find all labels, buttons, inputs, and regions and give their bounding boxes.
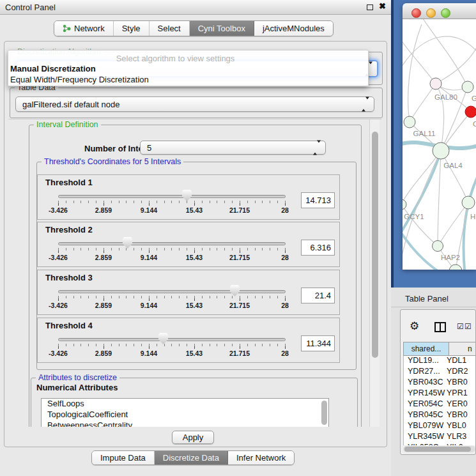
threshold-1-value-field[interactable]: 14.713 <box>301 192 335 208</box>
tab-style[interactable]: Style <box>114 21 150 36</box>
table-row[interactable]: YPR145WYPR1 <box>404 388 476 399</box>
node-label: H <box>470 213 475 220</box>
table-row[interactable]: YBR043CYBR0 <box>404 378 476 388</box>
threshold-1-ticks <box>58 201 286 206</box>
node-label: GCY1 <box>404 213 424 220</box>
table-row[interactable]: YER054CYER0 <box>404 399 476 410</box>
table-row[interactable]: YBL079WYBL0 <box>404 421 476 432</box>
table-horizontal-scrollbar[interactable] <box>403 446 475 452</box>
node-gal80[interactable] <box>430 78 441 89</box>
settings-vertical-scrollbar[interactable] <box>369 119 380 427</box>
column-header-name[interactable]: n <box>449 342 476 355</box>
threshold-1-slider[interactable] <box>58 195 286 198</box>
bottom-tab-bar: Impute Data Discretize Data Infer Networ… <box>91 450 295 465</box>
threshold-4-value-field[interactable]: 11.344 <box>301 335 335 351</box>
table-panel: Table Panel ⚙ ☑ ☑ shared... n YDL19...YD… <box>391 288 476 476</box>
scrollbar-thumb[interactable] <box>372 132 378 358</box>
threshold-4-slider[interactable] <box>58 338 286 341</box>
node-label: HAP2 <box>441 254 460 261</box>
threshold-4-label: Threshold 4 <box>45 321 93 330</box>
zoom-traffic-light-icon[interactable] <box>441 8 450 18</box>
attributes-list-scrollbar[interactable] <box>321 401 327 425</box>
node-gal4[interactable] <box>433 142 449 159</box>
list-item[interactable]: SelfLoops <box>42 399 328 410</box>
checkbox-icon[interactable]: ☑ <box>457 322 464 331</box>
number-of-intervals-combobox[interactable]: 5 <box>140 141 326 155</box>
apply-button[interactable]: Apply <box>172 431 214 444</box>
threshold-2-slider[interactable] <box>58 242 286 245</box>
tab-impute-data[interactable]: Impute Data <box>92 451 155 464</box>
threshold-3-slider[interactable] <box>58 290 286 293</box>
minimize-traffic-light-icon[interactable] <box>426 8 436 18</box>
list-item[interactable]: BetweennessCentrality <box>42 420 328 427</box>
tab-network[interactable]: Network <box>54 21 114 36</box>
table-header-row: shared... n <box>403 342 476 356</box>
threshold-1-row: Threshold 1 -3.4262.8599.14415.4321.7152… <box>37 174 340 220</box>
tab-discretize-data[interactable]: Discretize Data <box>155 451 228 464</box>
threshold-2-row: Threshold 2 -3.4262.8599.14415.4321.7152… <box>37 222 340 267</box>
threshold-2-ticks <box>58 248 286 253</box>
thresholds-group-title: Threshold's Coordinates for 5 Intervals <box>42 157 183 166</box>
scrollbar-thumb[interactable] <box>404 447 471 452</box>
float-panel-icon[interactable] <box>367 4 373 10</box>
table-row[interactable]: YDR27...YDR2 <box>404 367 476 378</box>
combo-stepper-icon <box>313 143 321 153</box>
threshold-4-slider-thumb[interactable] <box>158 333 168 344</box>
control-panel-window: Control Panel ✖ Network Style Select Cyn… <box>0 0 391 476</box>
threshold-1-label: Threshold 1 <box>45 178 93 187</box>
node-selected-red[interactable] <box>465 106 476 118</box>
attributes-group-title: Attributes to discretize <box>36 373 119 382</box>
numerical-attributes-list[interactable]: SelfLoops TopologicalCoefficient Between… <box>41 398 329 427</box>
node-hap2[interactable] <box>433 241 443 252</box>
threshold-2-slider-thumb[interactable] <box>123 237 132 249</box>
threshold-3-slider-thumb[interactable] <box>230 285 240 296</box>
table-settings-gear-icon[interactable]: ⚙ <box>410 321 419 332</box>
node-g[interactable] <box>462 81 473 93</box>
popup-option-manual-discretization[interactable]: Manual Discretization <box>10 64 96 73</box>
table-row[interactable]: YIL052CYIL0 <box>404 443 476 445</box>
threshold-4-ticks <box>58 344 286 349</box>
checkbox-icon[interactable]: ☑ <box>464 322 472 331</box>
algorithm-popup: Select algorithm to view settings Manual… <box>8 50 369 86</box>
close-traffic-light-icon[interactable] <box>411 8 421 18</box>
tab-select[interactable]: Select <box>150 21 190 36</box>
node-gcy1[interactable] <box>403 199 406 210</box>
node-table-box: ⚙ ☑ ☑ shared... n YDL19...YDL1 YDR27...Y… <box>400 309 476 455</box>
network-canvas[interactable]: GAL80 G C GAL11 GAL4 GCY1 H HAP2 <box>403 19 476 270</box>
table-rows[interactable]: YDL19...YDL1 YDR27...YDR2 YBR043CYBR0 YP… <box>403 356 476 445</box>
numerical-attributes-label: Numerical Attributes <box>36 383 118 392</box>
tab-cyni-toolbox[interactable]: Cyni Toolbox <box>190 21 254 36</box>
network-window-titlebar <box>403 3 476 19</box>
threshold-3-value-field[interactable]: 21.4 <box>301 288 335 303</box>
node-gal11[interactable] <box>404 116 415 128</box>
node-label: GAL80 <box>434 93 457 101</box>
table-data-group: Table Data galFiltered.sif default node <box>10 88 383 118</box>
interval-definition-title: Interval Definition <box>34 120 101 129</box>
table-row[interactable]: YLR345WYLR3 <box>404 432 476 443</box>
network-view-window: GAL80 G C GAL11 GAL4 GCY1 H HAP2 <box>403 3 476 270</box>
threshold-3-ticks <box>58 296 286 301</box>
table-panel-title: Table Panel <box>405 294 449 303</box>
table-row[interactable]: YBR045CYBR0 <box>404 410 476 421</box>
threshold-2-value-field[interactable]: 6.316 <box>301 240 335 256</box>
threshold-1-slider-thumb[interactable] <box>182 190 192 201</box>
threshold-4-row: Threshold 4 -3.4262.8599.14415.4321.7152… <box>37 318 340 363</box>
table-data-value: galFiltered.sif default node <box>22 100 119 109</box>
table-row[interactable]: YDL19...YDL1 <box>404 356 476 367</box>
control-panel-titlebar: Control Panel ✖ <box>0 0 391 15</box>
node-h[interactable] <box>462 196 475 209</box>
popup-option-equal-width-frequency[interactable]: Equal Width/Frequency Discretization <box>10 75 149 84</box>
tab-jactivemnodules[interactable]: jActiveMNodules <box>254 21 333 36</box>
network-graph: GAL80 G C GAL11 GAL4 GCY1 H HAP2 <box>403 19 476 270</box>
node-label: GAL4 <box>443 162 463 169</box>
combo-stepper-icon <box>362 100 369 109</box>
number-of-intervals-value: 5 <box>147 143 151 153</box>
list-item[interactable]: TopologicalCoefficient <box>42 410 328 420</box>
column-header-shared-name[interactable]: shared... <box>404 342 449 355</box>
close-icon[interactable]: ✖ <box>379 1 386 11</box>
column-layout-icon[interactable] <box>434 322 446 332</box>
table-data-combobox[interactable]: galFiltered.sif default node <box>15 96 374 112</box>
tab-infer-network[interactable]: Infer Network <box>228 451 294 464</box>
node-attribute-table: shared... n YDL19...YDL1 YDR27...YDR2 YB… <box>403 342 476 445</box>
node-label: C <box>473 120 476 128</box>
